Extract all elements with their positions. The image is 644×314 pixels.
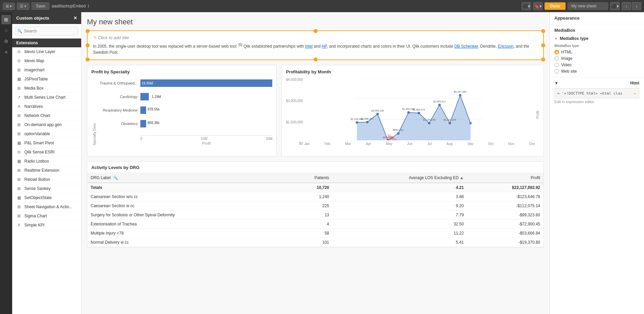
sidebar-item-idevio-line-layer[interactable]: ⊙ Idevio Line Layer xyxy=(12,47,81,56)
bar-value: 1.29M xyxy=(150,95,161,99)
handle-br[interactable] xyxy=(541,57,545,62)
link-intel[interactable]: Intel xyxy=(305,44,313,49)
handle-lm[interactable] xyxy=(86,43,90,47)
expression-editor-icon[interactable]: ✦ xyxy=(634,91,636,96)
axis-tick: 20M xyxy=(266,137,272,141)
sidebar-item-multi-series-line-chart[interactable]: ↗ Multi Series Line Chart xyxy=(12,93,81,102)
sidebar-item-label: Radio Listbox xyxy=(24,159,49,164)
link-db-schenker[interactable]: DB Schenker xyxy=(454,44,478,49)
sidebar-item-idevio-map[interactable]: ⊙ Idevio Map xyxy=(12,56,81,66)
data-point-jan xyxy=(356,121,358,124)
data-point-oct xyxy=(449,122,451,124)
sidebar-item-qlik-sense-esri[interactable]: ⊙ Qlik Sense ESRI xyxy=(12,148,81,157)
nav-icon-connections[interactable]: ☆ xyxy=(1,26,11,35)
sidebar-item-narratives[interactable]: A Narratives xyxy=(12,102,81,111)
axis-labels: 0 10M 20M xyxy=(140,137,272,141)
text-box-add-title[interactable]: Click to add title xyxy=(93,35,538,40)
radio-website[interactable]: Web site xyxy=(554,69,639,74)
axis-tick: 0 xyxy=(140,137,142,141)
bar-container: 878.55k xyxy=(140,106,272,114)
mediabox-type-section-header[interactable]: ▼ MediaBox type xyxy=(554,36,639,41)
sidebar-item-sheet-navigation[interactable]: ⊞ Sheet Navigation & Actio... xyxy=(12,202,81,212)
table-header-row: DRG Label 🔍 Patients Average LOS Excludi… xyxy=(87,173,544,183)
table-row[interactable]: Exteriorisation of Trachea 4 32.50 -$72,… xyxy=(87,220,544,229)
cell-patients: 101 xyxy=(286,238,332,247)
sidebar-item-pnl-smart-pivot[interactable]: ▦ P&L Smart Pivot xyxy=(12,139,81,148)
sidebar-item-sense-sankey[interactable]: ⊞ Sense Sankey xyxy=(12,184,81,193)
mediabox-type-label: MediaBox type xyxy=(554,44,639,48)
table-row[interactable]: Caesarean Section w/o cc 1,240 3.88 -$12… xyxy=(87,192,544,201)
radio-image[interactable]: Image xyxy=(554,56,639,61)
sidebar-item-label: Simple KPI xyxy=(24,223,44,227)
table-row[interactable]: Normal Delivery w cc 101 5.41 -$19,370.8… xyxy=(87,238,544,247)
handle-tl[interactable] xyxy=(86,29,90,33)
sidebar-item-sigma-chart[interactable]: ⊞ Sigma Chart xyxy=(12,212,81,221)
layout-button[interactable]: ⬛▾ xyxy=(610,2,620,10)
device-preview-button[interactable]: ⬛▾ xyxy=(522,2,531,10)
html-section-header[interactable]: ▼ Html xyxy=(554,81,639,86)
link-hp[interactable]: HP xyxy=(322,44,327,49)
profitability-title: Profitability by Month xyxy=(286,69,539,74)
table-row[interactable]: Multiple Injury <78 58 11.22 -$53,666.84 xyxy=(87,229,544,238)
link-ericsson[interactable]: Ericsson xyxy=(498,44,513,49)
app-menu-button[interactable]: ⊞ ▾ xyxy=(3,3,15,10)
next-sheet-button[interactable]: › xyxy=(632,2,641,10)
sidebar-close-icon[interactable]: ✕ xyxy=(73,16,77,21)
cell-patients: 1,240 xyxy=(286,192,332,201)
sidebar-item-media-box[interactable]: ⊞ Media Box xyxy=(12,84,81,93)
nav-icon-master[interactable]: ≡ xyxy=(1,47,11,57)
month-apr: Apr xyxy=(366,142,371,146)
table-row[interactable]: Caesarean Section w cc 225 9.20 -$112,07… xyxy=(87,201,544,211)
done-button[interactable]: Done xyxy=(545,2,566,10)
puzzle-icon: ⊞ xyxy=(16,113,22,118)
data-point-feb xyxy=(366,121,369,123)
handle-rm[interactable] xyxy=(541,43,545,47)
sidebar-item-jspivottable[interactable]: ▦ JSPivotTable xyxy=(12,75,81,84)
search-input[interactable] xyxy=(15,27,78,35)
sidebar-item-simple-kpi[interactable]: # Simple KPI xyxy=(12,221,81,230)
text-box-content: In 2005, the single-user desktop tool wa… xyxy=(93,42,538,55)
table-row[interactable]: Surgery for Scoliosis or Other Spinal De… xyxy=(87,211,544,220)
handle-bl[interactable] xyxy=(86,57,90,62)
data-point-jun xyxy=(408,111,410,114)
search-wrapper: 🔍 xyxy=(15,27,78,35)
nav-arrows: ‹ › xyxy=(622,2,641,10)
sidebar-item-set-object-state[interactable]: ▦ SetObjectState xyxy=(12,193,81,202)
nav-icon-fields[interactable]: ⚙ xyxy=(1,37,11,46)
save-button[interactable]: Save xyxy=(31,2,49,10)
sidebar-item-radio-listbox[interactable]: ▦ Radio Listbox xyxy=(12,157,81,166)
y-label: $4,500,000 xyxy=(286,78,303,81)
radio-video[interactable]: Video xyxy=(554,63,639,67)
html-section: ▼ Html = '<!DOCTYPE html> <html clas ✦ E… xyxy=(550,77,644,107)
bookmark-button[interactable]: 🔖▾ xyxy=(533,2,543,10)
month-jul: Jul xyxy=(427,142,432,146)
html-code-box[interactable]: = '<!DOCTYPE html> <html clas ✦ xyxy=(554,88,639,98)
handle-tr[interactable] xyxy=(541,29,545,33)
sidebar-active-section[interactable]: Extensions xyxy=(12,39,81,47)
bar-chart: Trauma & Orthopaed... 19.89M Cardiology xyxy=(96,78,272,135)
prev-sheet-button[interactable]: ‹ xyxy=(622,2,631,10)
nav-icon-objects[interactable]: ⊞ xyxy=(1,15,11,24)
search-icon-th[interactable]: 🔍 xyxy=(113,176,118,180)
sort-icon[interactable]: ▲ xyxy=(460,175,464,180)
cell-los: 11.22 xyxy=(332,229,467,238)
sheet-name-input[interactable]: My new sheet xyxy=(568,2,608,10)
radio-html[interactable]: HTML xyxy=(554,50,639,54)
sidebar-item-label: On-demand app gen xyxy=(24,122,62,127)
puzzle-icon: ⊞ xyxy=(16,204,22,209)
edit-expression-link[interactable]: Edit in expression editor xyxy=(554,100,639,104)
sidebar-item-label: Network Chart xyxy=(24,113,50,118)
list-view-button[interactable]: ☰ ▾ xyxy=(17,3,29,10)
sidebar-item-label: Sense Sankey xyxy=(24,186,50,191)
sidebar-item-imagechart[interactable]: ⊞ imagechart xyxy=(12,66,81,75)
table-row-totals[interactable]: Totals 10,720 4.21 $22,127,892.92 xyxy=(87,183,544,192)
sidebar-item-on-demand-app-gen[interactable]: ⊞ On-demand app gen xyxy=(12,120,81,129)
sidebar-item-reload-button[interactable]: ⊞ Reload Button xyxy=(12,175,81,184)
handle-bm[interactable] xyxy=(314,57,318,62)
sidebar-item-realtime-extension[interactable]: ⊞ Realtime Extension xyxy=(12,166,81,175)
sidebar-item-option-variable[interactable]: ⊞ optionVariable xyxy=(12,129,81,139)
axis-tick: 10M xyxy=(201,137,207,141)
sidebar-item-network-chart[interactable]: ⊞ Network Chart xyxy=(12,111,81,120)
radio-label-image: Image xyxy=(561,56,572,61)
handle-tm[interactable] xyxy=(314,29,318,33)
